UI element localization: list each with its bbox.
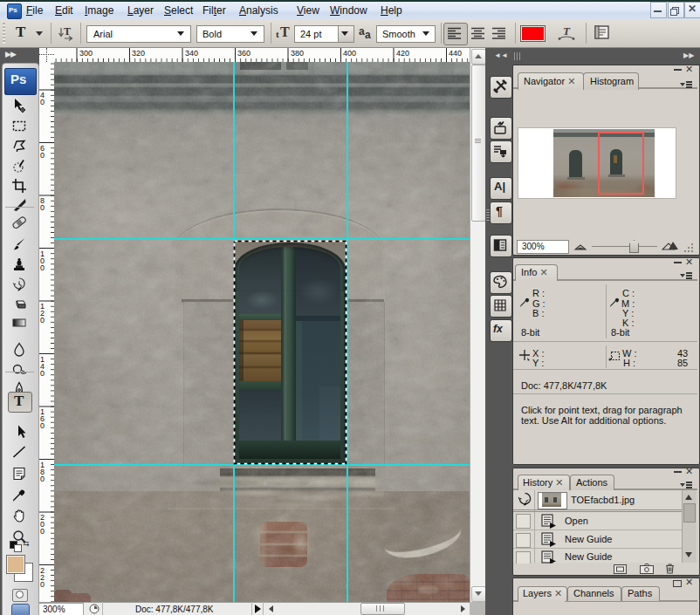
svg-text:T: T [64, 25, 71, 38]
svg-text:T: T [563, 24, 571, 38]
